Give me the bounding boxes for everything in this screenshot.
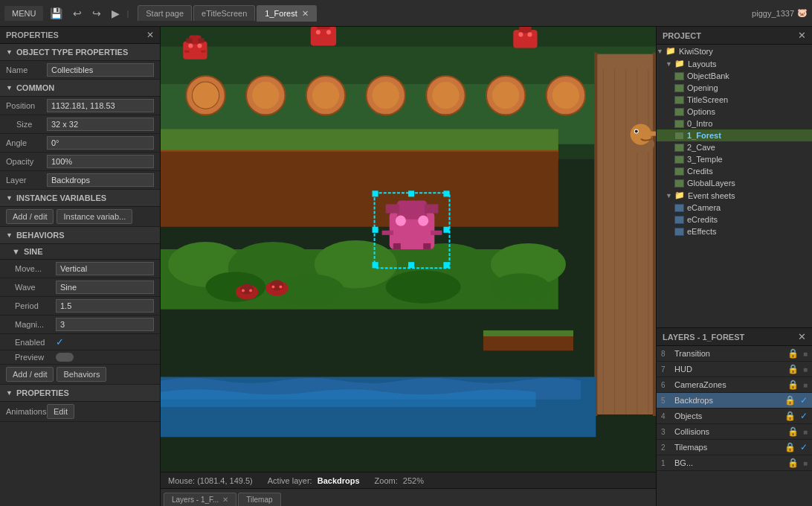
- tree-item-3temple[interactable]: 3_Temple: [657, 153, 812, 165]
- lock-icon-hud[interactable]: 🔒: [787, 364, 799, 374]
- period-input[interactable]: [56, 299, 154, 313]
- game-viewport[interactable]: [161, 27, 656, 472]
- game-canvas-svg[interactable]: [161, 27, 656, 472]
- enabled-checkbox[interactable]: ✓: [56, 336, 64, 348]
- undo-icon-btn[interactable]: ↩: [69, 6, 86, 21]
- tree-item-ecredits[interactable]: eCredits: [657, 214, 812, 225]
- tree-item-layouts[interactable]: ▼ 📁 Layouts: [657, 57, 812, 70]
- tree-item-1forest[interactable]: 1_Forest: [657, 129, 812, 141]
- section-properties[interactable]: ▼ PROPERTIES: [0, 385, 160, 402]
- status-bar: Mouse: (1081.4, 149.5) Active layer: Bac…: [161, 472, 656, 488]
- lock-icon-objects[interactable]: 🔒: [784, 411, 796, 421]
- add-edit-vars-btn[interactable]: Add / edit: [6, 209, 54, 224]
- svg-rect-72: [443, 227, 449, 233]
- svg-point-37: [386, 270, 461, 303]
- layer-row-bg[interactable]: 1 BG... 🔒 ■: [657, 455, 812, 471]
- name-input[interactable]: [47, 63, 154, 77]
- lock-icon-collisions[interactable]: 🔒: [787, 426, 799, 437]
- vis-icon-camerazones[interactable]: ■: [803, 381, 808, 389]
- vis-icon-hud[interactable]: ■: [803, 365, 808, 374]
- tilemap-bottom-tab[interactable]: Tilemap: [238, 493, 280, 506]
- vis-icon-bg[interactable]: ■: [803, 459, 808, 467]
- tree-item-2cave[interactable]: 2_Cave: [657, 141, 812, 153]
- layers-close-btn[interactable]: ✕: [798, 331, 806, 342]
- vis-icon-backdrops[interactable]: ✓: [800, 395, 808, 406]
- vis-icon-collisions[interactable]: ■: [803, 428, 808, 436]
- lock-icon-tilemaps[interactable]: 🔒: [784, 442, 796, 452]
- opacity-input[interactable]: [47, 155, 154, 168]
- lock-icon-transition[interactable]: 🔒: [787, 348, 799, 359]
- angle-input[interactable]: [47, 136, 154, 150]
- tab-etitlescreen[interactable]: eTitleScreen: [193, 5, 255, 21]
- vis-icon-transition[interactable]: ■: [803, 350, 808, 358]
- lock-icon-camerazones[interactable]: 🔒: [787, 380, 799, 390]
- tree-item-0intro[interactable]: 0_Intro: [657, 118, 812, 129]
- size-input[interactable]: [47, 118, 154, 131]
- section-object-type[interactable]: ▼ OBJECT TYPE PROPERTIES: [0, 44, 160, 61]
- svg-point-17: [552, 82, 579, 109]
- folder-icon-kiwistory: 📁: [666, 46, 676, 56]
- menu-button[interactable]: MENU: [4, 6, 43, 21]
- layout-icon-opening: [674, 84, 684, 92]
- project-close-btn[interactable]: ✕: [798, 30, 806, 41]
- edit-animations-btn[interactable]: Edit: [47, 404, 74, 419]
- tree-item-objectbank[interactable]: ObjectBank: [657, 70, 812, 82]
- lock-icon-bg[interactable]: 🔒: [787, 458, 799, 468]
- tree-item-eeffects[interactable]: eEffects: [657, 225, 812, 237]
- instance-var-btn[interactable]: Instance variab...: [57, 209, 132, 224]
- svg-rect-48: [184, 51, 189, 53]
- layer-row-camerazones[interactable]: 6 CameraZones 🔒 ■: [657, 377, 812, 393]
- tree-item-opening[interactable]: Opening: [657, 82, 812, 94]
- redo-icon-btn[interactable]: ↪: [88, 6, 105, 21]
- tree-label-eventsheets: Event sheets: [688, 191, 735, 200]
- section-instance-vars[interactable]: ▼ INSTANCE VARIABLES: [0, 190, 160, 207]
- wave-select[interactable]: Sine: [56, 281, 154, 294]
- behaviors-btn[interactable]: Behaviors: [57, 367, 106, 382]
- active-layer-value: Backdrops: [318, 476, 360, 485]
- canvas-area[interactable]: Mouse: (1081.4, 149.5) Active layer: Bac…: [161, 27, 656, 506]
- section-common[interactable]: ▼ COMMON: [0, 80, 160, 97]
- tab-start-page[interactable]: Start page: [138, 5, 192, 21]
- section-behaviors[interactable]: ▼ BEHAVIORS: [0, 227, 160, 244]
- layer-row-hud[interactable]: 7 HUD 🔒 ■: [657, 362, 812, 377]
- tab-1forest[interactable]: 1_Forest✕: [257, 5, 316, 22]
- svg-rect-44: [186, 38, 192, 42]
- vis-icon-tilemaps[interactable]: ✓: [800, 442, 808, 452]
- layer-row-collisions[interactable]: 3 Collisions 🔒 ■: [657, 424, 812, 440]
- layer-row-tilemaps[interactable]: 2 Tilemaps 🔒 ✓: [657, 440, 812, 455]
- svg-point-89: [271, 285, 274, 288]
- user-info: piggy_1337 🐷: [752, 8, 808, 18]
- tab-close-icon[interactable]: ✕: [302, 9, 309, 18]
- svg-rect-49: [201, 51, 205, 53]
- layer-row-objects[interactable]: 4 Objects 🔒 ✓: [657, 409, 812, 424]
- tree-item-eventsheets[interactable]: ▼ 📁 Event sheets: [657, 189, 812, 202]
- magni-input[interactable]: [56, 318, 154, 331]
- layer-row-backdrops[interactable]: 5 Backdrops 🔒 ✓: [657, 393, 812, 409]
- tree-item-ecamera[interactable]: eCamera: [657, 202, 812, 214]
- play-icon-btn[interactable]: ▶: [108, 6, 123, 21]
- layers-tab-close-icon[interactable]: ✕: [222, 496, 228, 504]
- enabled-label: Enabled: [15, 338, 56, 347]
- svg-point-57: [527, 32, 532, 36]
- tree-label-ecredits: eCredits: [687, 215, 718, 224]
- properties-close-btn[interactable]: ✕: [146, 30, 154, 40]
- layer-row-transition[interactable]: 8 Transition 🔒 ■: [657, 346, 812, 362]
- layers-bottom-tab[interactable]: Layers - 1_F... ✕: [164, 493, 236, 506]
- prop-enabled-row: Enabled ✓: [0, 334, 160, 350]
- add-edit-behaviors-btn[interactable]: Add / edit: [6, 367, 54, 382]
- layer-select[interactable]: Backdrops: [47, 173, 154, 187]
- lock-icon-backdrops[interactable]: 🔒: [784, 395, 796, 406]
- position-input[interactable]: [47, 99, 154, 112]
- tree-label-ecamera: eCamera: [687, 203, 721, 212]
- move-select[interactable]: Vertical: [56, 262, 154, 275]
- tree-item-titlescreen[interactable]: TitleScreen: [657, 94, 812, 106]
- tree-item-credits[interactable]: Credits: [657, 165, 812, 177]
- event-icon-eeffects: [674, 228, 684, 236]
- preview-toggle[interactable]: [56, 353, 74, 362]
- vis-icon-objects[interactable]: ✓: [800, 411, 808, 421]
- tree-item-kiwistory[interactable]: ▼ 📁 KiwiStory: [657, 45, 812, 57]
- tree-item-globallayers[interactable]: GlobalLayers: [657, 177, 812, 189]
- save-icon-btn[interactable]: 💾: [46, 6, 66, 21]
- event-icon-ecredits: [674, 216, 684, 224]
- tree-item-options[interactable]: Options: [657, 106, 812, 118]
